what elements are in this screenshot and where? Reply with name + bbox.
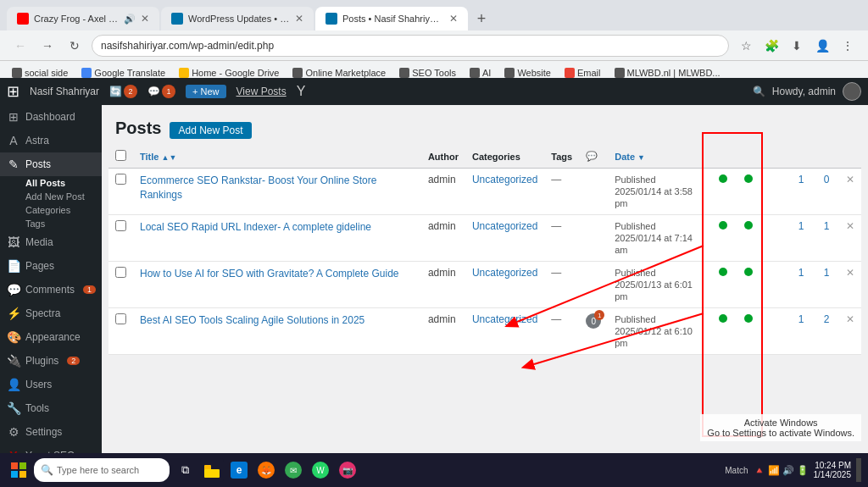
- tab-close-2[interactable]: ✕: [295, 13, 303, 25]
- menu-icon[interactable]: ⋮: [837, 36, 858, 56]
- bookmark-drive[interactable]: Home - Google Drive: [175, 66, 282, 80]
- sidebar-item-users[interactable]: 👤 Users: [0, 373, 102, 396]
- tab-close-1[interactable]: ✕: [141, 13, 149, 25]
- sidebar-item-posts[interactable]: ✎ Posts: [0, 152, 102, 176]
- post-title-link-1[interactable]: Ecommerce SEO Rankstar- Boost Your Onlin…: [140, 174, 415, 202]
- bookmark-icon[interactable]: ☆: [736, 36, 756, 56]
- bookmark-marketplace[interactable]: Online Marketplace: [289, 66, 389, 80]
- browser-tab-2[interactable]: WordPress Updates • Nasif Sh... ✕: [161, 7, 314, 30]
- sidebar-item-plugins[interactable]: 🔌 Plugins 2: [0, 349, 102, 373]
- post-title-link-4[interactable]: Best AI SEO Tools Scaling Agile Solution…: [140, 313, 415, 328]
- sidebar-item-astra[interactable]: A Astra: [0, 129, 102, 152]
- tray-icon-2[interactable]: 📶: [768, 465, 780, 476]
- taskbar-app3[interactable]: 🦊: [254, 458, 278, 482]
- system-tray: 🔺 📶 🔊 🔋: [754, 465, 809, 476]
- taskbar-search-box[interactable]: 🔍 Type here to search: [34, 458, 170, 482]
- tab-close-3[interactable]: ✕: [449, 13, 458, 25]
- browser-toolbar: ← → ↻ nasifshahiriyar.com/wp-admin/edit.…: [0, 30, 868, 61]
- sidebar-sub-all-posts[interactable]: All Posts: [0, 176, 102, 190]
- bookmark-translate[interactable]: Google Translate: [78, 66, 169, 80]
- bookmark-social-side[interactable]: social side: [8, 66, 71, 80]
- start-button[interactable]: [7, 458, 31, 482]
- pages-icon: 📄: [7, 259, 20, 273]
- taskbar-right: Match 🔺 📶 🔊 🔋 10:24 PM 1/14/2025: [725, 458, 861, 482]
- sidebar-item-pages[interactable]: 📄 Pages: [0, 254, 102, 278]
- view-posts-button[interactable]: View Posts: [236, 86, 287, 97]
- new-tab-button[interactable]: +: [470, 7, 493, 30]
- updates-indicator[interactable]: 🔄 2: [109, 85, 137, 98]
- new-content-button[interactable]: + New: [186, 85, 226, 98]
- reload-button[interactable]: ↻: [64, 36, 85, 56]
- wp-logo-icon[interactable]: ⊞: [7, 82, 19, 101]
- taskview-button[interactable]: ⧉: [173, 458, 197, 482]
- row3-delete[interactable]: ✕: [839, 262, 861, 308]
- address-bar[interactable]: nasifshahiriyar.com/wp-admin/edit.php: [92, 35, 729, 57]
- download-icon[interactable]: ⬇: [787, 36, 807, 56]
- row4-category[interactable]: Uncategorized: [465, 308, 544, 355]
- row2-icon3: [763, 215, 788, 262]
- bookmark-ai[interactable]: AI: [466, 66, 494, 80]
- sidebar-sub-add-new[interactable]: Add New Post: [0, 190, 102, 203]
- row3-category[interactable]: Uncategorized: [465, 262, 544, 308]
- taskbar-app5[interactable]: W: [309, 458, 332, 482]
- sidebar-item-spectra[interactable]: ⚡ Spectra: [0, 302, 102, 325]
- all-posts-label: All Posts: [25, 178, 65, 188]
- yoast-icon[interactable]: Y: [297, 84, 306, 99]
- tray-icon-4[interactable]: 🔋: [797, 465, 809, 476]
- taskbar-app4[interactable]: ✉: [281, 458, 305, 482]
- bookmark-mlwbd[interactable]: MLWBD.nl | MLWBD...: [611, 66, 724, 80]
- tray-icon-3[interactable]: 🔊: [782, 465, 794, 476]
- comments-sidebar-badge: 1: [83, 285, 96, 294]
- row4-num1: 1: [788, 308, 814, 355]
- row4-checkbox[interactable]: [115, 313, 126, 324]
- sidebar-item-media[interactable]: 🖼 Media: [0, 230, 102, 254]
- sidebar-item-dashboard[interactable]: ⊞ Dashboard: [0, 105, 102, 129]
- taskbar-app2[interactable]: e: [227, 458, 251, 482]
- sidebar-sub-categories[interactable]: Categories: [0, 203, 102, 217]
- bookmark-label-mlwbd: MLWBD.nl | MLWBD...: [627, 68, 721, 78]
- back-button[interactable]: ←: [10, 36, 31, 56]
- date-sort[interactable]: Date ▼: [615, 152, 645, 162]
- sidebar-sub-tags[interactable]: Tags: [0, 217, 102, 230]
- extension-icon[interactable]: 🧩: [761, 36, 782, 56]
- tab-favicon-3: [326, 13, 337, 25]
- select-all-checkbox[interactable]: [115, 150, 126, 161]
- row2-delete[interactable]: ✕: [839, 215, 861, 262]
- row2-checkbox[interactable]: [115, 220, 126, 231]
- forward-button[interactable]: →: [37, 36, 58, 56]
- taskbar-app6[interactable]: 📷: [336, 458, 359, 482]
- post-title-link-3[interactable]: How to Use AI for SEO with Gravitate? A …: [140, 267, 415, 281]
- row1-delete[interactable]: ✕: [839, 169, 861, 215]
- tray-icon-1[interactable]: 🔺: [754, 465, 765, 476]
- user-avatar[interactable]: [843, 82, 861, 101]
- th-icon1: [712, 145, 737, 169]
- add-new-post-button[interactable]: Add New Post: [170, 122, 251, 139]
- browser-tab-3[interactable]: Posts • Nasif Shahriyar — Word... ✕: [315, 7, 468, 30]
- sidebar-item-tools[interactable]: 🔧 Tools: [0, 396, 102, 420]
- bookmark-website[interactable]: Website: [501, 66, 554, 80]
- bookmark-email[interactable]: Email: [561, 66, 604, 80]
- row4-delete[interactable]: ✕: [839, 308, 861, 355]
- browser-tab-1[interactable]: Crazy Frog - Axel F - YouT... 🔊 ✕: [7, 7, 159, 30]
- address-text: nasifshahiriyar.com/wp-admin/edit.php: [101, 40, 720, 52]
- taskbar-file-explorer[interactable]: [200, 458, 224, 482]
- row1-checkbox[interactable]: [115, 174, 126, 185]
- row3-checkbox[interactable]: [115, 267, 126, 278]
- post-title-link-2[interactable]: Local SEO Rapid URL Indexer- A complete …: [140, 220, 415, 235]
- profile-icon[interactable]: 👤: [812, 36, 832, 56]
- row2-category[interactable]: Uncategorized: [465, 215, 544, 262]
- th-title[interactable]: Title ▲▼: [133, 145, 421, 169]
- comments-indicator[interactable]: 💬 1: [147, 85, 175, 98]
- notification-panel[interactable]: [856, 458, 861, 482]
- admin-bar-site-name[interactable]: Nasif Shahriyar: [30, 86, 99, 97]
- bookmark-seo[interactable]: SEO Tools: [396, 66, 459, 80]
- row1-category[interactable]: Uncategorized: [465, 169, 544, 215]
- sidebar-item-comments[interactable]: 💬 Comments 1: [0, 278, 102, 302]
- sidebar-item-appearance[interactable]: 🎨 Appearance: [0, 325, 102, 349]
- clock: 10:24 PM 1/14/2025: [814, 461, 852, 479]
- th-date[interactable]: Date ▼: [608, 145, 712, 169]
- sidebar-item-settings[interactable]: ⚙ Settings: [0, 420, 102, 444]
- th-delete: [839, 145, 861, 169]
- title-sort[interactable]: Title ▲▼: [140, 152, 176, 162]
- search-icon[interactable]: 🔍: [753, 86, 765, 97]
